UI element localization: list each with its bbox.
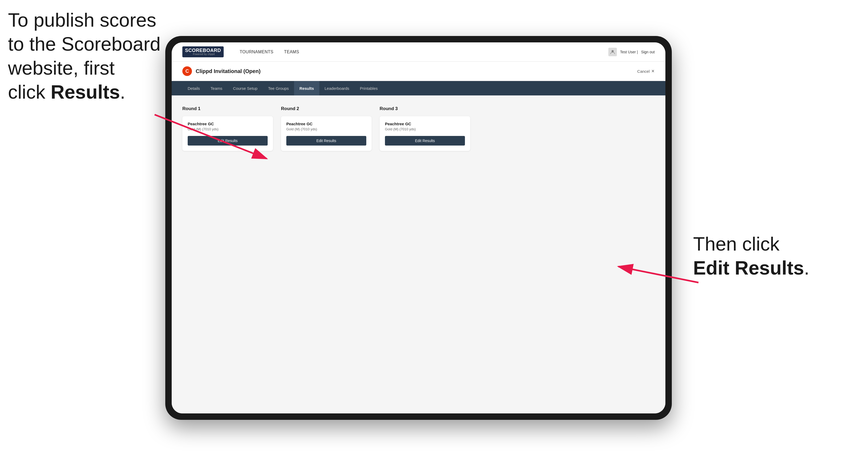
top-nav: SCOREBOARD Powered by clippd TOURNAMENTS…	[172, 42, 665, 62]
nav-teams[interactable]: TEAMS	[284, 50, 299, 54]
tab-results[interactable]: Results	[294, 81, 319, 95]
round-4-column-empty	[478, 106, 569, 151]
round-1-course: Peachtree GC	[188, 122, 268, 126]
tablet-device: SCOREBOARD Powered by clippd TOURNAMENTS…	[165, 36, 672, 420]
cancel-button[interactable]: Cancel ✕	[637, 69, 655, 73]
logo-area: SCOREBOARD Powered by clippd	[182, 46, 224, 58]
round-1-column: Round 1 Peachtree GC Gold (M) (7010 yds)…	[182, 106, 273, 151]
user-label: Test User |	[620, 50, 638, 54]
tablet-screen: SCOREBOARD Powered by clippd TOURNAMENTS…	[172, 42, 665, 413]
tab-details[interactable]: Details	[182, 81, 205, 95]
nav-right: Test User | Sign out	[608, 48, 655, 56]
tab-teams[interactable]: Teams	[205, 81, 228, 95]
round-3-column: Round 3 Peachtree GC Gold (M) (7010 yds)…	[380, 106, 470, 151]
edit-results-button-2[interactable]: Edit Results	[286, 136, 366, 146]
round-3-title: Round 3	[380, 106, 470, 112]
svg-point-0	[612, 50, 614, 52]
sign-out-link[interactable]: Sign out	[641, 50, 655, 54]
rounds-grid: Round 1 Peachtree GC Gold (M) (7010 yds)…	[182, 106, 655, 151]
instruction-right: Then clickEdit Results.	[693, 232, 809, 280]
logo-subtitle: Powered by clippd	[187, 53, 221, 56]
user-icon	[608, 48, 617, 56]
round-1-card: Peachtree GC Gold (M) (7010 yds) Edit Re…	[182, 116, 273, 151]
tab-nav: Details Teams Course Setup Tee Groups Re…	[172, 81, 665, 95]
tournament-header: C Clippd Invitational (Open) Cancel ✕	[172, 62, 665, 81]
tab-tee-groups[interactable]: Tee Groups	[263, 81, 294, 95]
tab-printables[interactable]: Printables	[354, 81, 383, 95]
tournament-title: C Clippd Invitational (Open)	[182, 66, 260, 76]
clippd-logo: C	[182, 66, 192, 76]
tab-course-setup[interactable]: Course Setup	[228, 81, 263, 95]
instruction-left-text: To publish scoresto the Scoreboardwebsit…	[8, 9, 160, 103]
instruction-right-text: Then clickEdit Results.	[693, 233, 809, 279]
tournament-name: Clippd Invitational (Open)	[196, 68, 260, 74]
scoreboard-logo: SCOREBOARD Powered by clippd	[182, 46, 224, 58]
instruction-left: To publish scoresto the Scoreboardwebsit…	[8, 8, 160, 104]
round-2-details: Gold (M) (7010 yds)	[286, 127, 366, 131]
round-1-details: Gold (M) (7010 yds)	[188, 127, 268, 131]
round-3-card: Peachtree GC Gold (M) (7010 yds) Edit Re…	[380, 116, 470, 151]
round-3-course: Peachtree GC	[385, 122, 465, 126]
edit-results-button-1[interactable]: Edit Results	[188, 136, 268, 146]
nav-links: TOURNAMENTS TEAMS	[240, 50, 608, 54]
round-2-card: Peachtree GC Gold (M) (7010 yds) Edit Re…	[281, 116, 372, 151]
edit-results-button-3[interactable]: Edit Results	[385, 136, 465, 146]
round-2-title: Round 2	[281, 106, 372, 112]
round-2-course: Peachtree GC	[286, 122, 366, 126]
tab-leaderboards[interactable]: Leaderboards	[319, 81, 355, 95]
nav-tournaments[interactable]: TOURNAMENTS	[240, 50, 274, 54]
round-3-details: Gold (M) (7010 yds)	[385, 127, 465, 131]
main-content: Round 1 Peachtree GC Gold (M) (7010 yds)…	[172, 95, 665, 413]
round-1-title: Round 1	[182, 106, 273, 112]
round-2-column: Round 2 Peachtree GC Gold (M) (7010 yds)…	[281, 106, 372, 151]
